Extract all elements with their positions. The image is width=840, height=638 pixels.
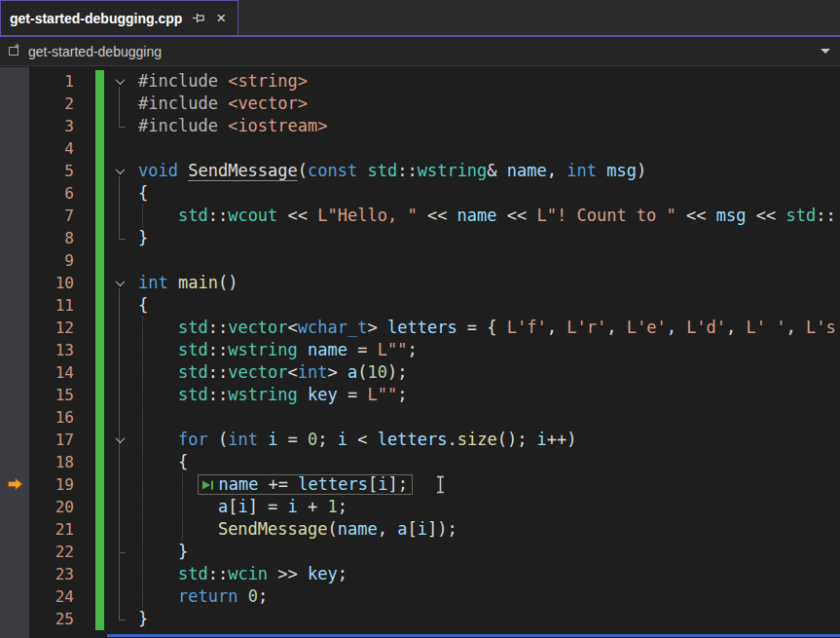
fold-margin[interactable]: [104, 137, 135, 160]
fold-margin[interactable]: [104, 317, 135, 339]
breakpoint-margin[interactable]: [0, 406, 29, 429]
line-number[interactable]: 2: [29, 93, 82, 115]
breakpoint-margin[interactable]: [0, 451, 29, 473]
line-number[interactable]: 21: [29, 518, 82, 541]
breakpoint-margin[interactable]: [0, 585, 29, 608]
line-number[interactable]: 3: [29, 115, 82, 137]
breakpoint-margin[interactable]: [0, 563, 29, 585]
line-number[interactable]: 5: [29, 160, 82, 182]
fold-margin[interactable]: [104, 563, 135, 585]
breakpoint-margin[interactable]: [0, 294, 29, 317]
breakpoint-margin[interactable]: [0, 496, 29, 518]
code-text[interactable]: std::wcout << L"Hello, " << name << L"! …: [135, 205, 840, 227]
line-number[interactable]: 7: [29, 205, 82, 227]
pin-icon[interactable]: [191, 11, 205, 25]
line-number[interactable]: 18: [29, 451, 82, 473]
code-line[interactable]: 24 return 0;: [0, 585, 840, 608]
line-number[interactable]: 22: [29, 541, 82, 563]
code-line[interactable]: 25}: [0, 608, 840, 630]
code-line[interactable]: 4: [0, 137, 840, 160]
fold-margin[interactable]: [104, 339, 135, 361]
code-text[interactable]: std::wcin >> key;: [135, 563, 840, 585]
line-number[interactable]: 14: [29, 361, 82, 384]
code-line[interactable]: 3#include <iostream>: [0, 115, 840, 137]
line-number[interactable]: 19: [29, 473, 82, 496]
breakpoint-margin[interactable]: [0, 361, 29, 384]
breakpoint-margin[interactable]: [0, 182, 29, 205]
fold-margin[interactable]: [104, 361, 135, 384]
line-number[interactable]: 8: [29, 227, 82, 249]
code-text[interactable]: return 0;: [135, 585, 840, 608]
line-number[interactable]: 16: [29, 406, 82, 429]
line-number[interactable]: 24: [29, 585, 82, 608]
code-text[interactable]: [135, 137, 840, 160]
code-line[interactable]: 2#include <vector>: [0, 93, 840, 115]
code-line[interactable]: 9: [0, 249, 840, 272]
fold-margin[interactable]: [104, 115, 135, 137]
fold-margin[interactable]: [104, 182, 135, 205]
code-line[interactable]: 17 for (int i = 0; i < letters.size(); i…: [0, 429, 840, 451]
code-line[interactable]: 11{: [0, 294, 840, 317]
code-text[interactable]: [135, 249, 840, 272]
code-text[interactable]: std::wstring key = L"";: [135, 384, 840, 406]
code-text[interactable]: }: [135, 608, 840, 630]
fold-margin[interactable]: [104, 160, 135, 182]
code-text[interactable]: name += letters[i];: [135, 473, 840, 496]
breakpoint-margin[interactable]: [0, 608, 29, 630]
code-text[interactable]: [135, 406, 840, 429]
breakpoint-margin[interactable]: [0, 205, 29, 227]
code-text[interactable]: for (int i = 0; i < letters.size(); i++): [135, 429, 840, 451]
fold-margin[interactable]: [104, 227, 135, 249]
code-text[interactable]: SendMessage(name, a[i]);: [135, 518, 840, 541]
code-line[interactable]: 14 std::vector<int> a(10);: [0, 361, 840, 384]
breakpoint-margin[interactable]: [0, 137, 29, 160]
code-line[interactable]: 5void SendMessage(const std::wstring& na…: [0, 160, 840, 182]
code-line[interactable]: 7 std::wcout << L"Hello, " << name << L"…: [0, 205, 840, 227]
line-number[interactable]: 20: [29, 496, 82, 518]
line-number[interactable]: 13: [29, 339, 82, 361]
fold-margin[interactable]: [104, 518, 135, 541]
breakpoint-margin[interactable]: [0, 384, 29, 406]
code-line[interactable]: 8}: [0, 227, 840, 249]
current-statement-arrow[interactable]: [7, 477, 23, 495]
code-line[interactable]: 16: [0, 406, 840, 429]
close-icon[interactable]: ×: [214, 10, 228, 26]
breakpoint-margin[interactable]: [0, 115, 29, 137]
line-number[interactable]: 11: [29, 294, 82, 317]
code-text[interactable]: {: [135, 182, 840, 205]
horizontal-scrollbar[interactable]: [0, 630, 840, 638]
code-text[interactable]: }: [135, 541, 840, 563]
fold-margin[interactable]: [104, 585, 135, 608]
code-text[interactable]: #include <string>: [135, 70, 840, 93]
code-text[interactable]: std::vector<int> a(10);: [135, 361, 840, 384]
run-to-click-icon[interactable]: [201, 479, 214, 491]
line-number[interactable]: 15: [29, 384, 82, 406]
code-text[interactable]: #include <vector>: [135, 93, 840, 115]
line-number[interactable]: 6: [29, 182, 82, 205]
code-text[interactable]: int main(): [135, 272, 840, 294]
fold-margin[interactable]: [104, 272, 135, 294]
breakpoint-margin[interactable]: [0, 541, 29, 563]
code-line[interactable]: 6{: [0, 182, 840, 205]
fold-chevron-icon[interactable]: [115, 75, 125, 85]
code-text[interactable]: {: [135, 294, 840, 317]
code-line[interactable]: 21 SendMessage(name, a[i]);: [0, 518, 840, 541]
breakpoint-margin[interactable]: [0, 249, 29, 272]
breakpoint-margin[interactable]: [0, 339, 29, 361]
breakpoint-margin[interactable]: [0, 93, 29, 115]
code-line[interactable]: 10int main(): [0, 272, 840, 294]
line-number[interactable]: 23: [29, 563, 82, 585]
code-line[interactable]: 19 name += letters[i];: [0, 473, 840, 496]
code-text[interactable]: std::wstring name = L"";: [135, 339, 840, 361]
fold-chevron-icon[interactable]: [115, 165, 125, 174]
breakpoint-margin[interactable]: [0, 429, 29, 451]
tab-get-started-debugging[interactable]: get-started-debugging.cpp ×: [0, 0, 238, 35]
breakpoint-margin[interactable]: [0, 272, 29, 294]
breakpoint-margin[interactable]: [0, 227, 29, 249]
navigation-bar[interactable]: get-started-debugging: [0, 37, 840, 66]
line-number[interactable]: 12: [29, 317, 82, 339]
scrollbar-thumb[interactable]: [107, 634, 840, 637]
code-text[interactable]: #include <iostream>: [135, 115, 840, 137]
code-line[interactable]: 13 std::wstring name = L"";: [0, 339, 840, 361]
code-line[interactable]: 15 std::wstring key = L"";: [0, 384, 840, 406]
